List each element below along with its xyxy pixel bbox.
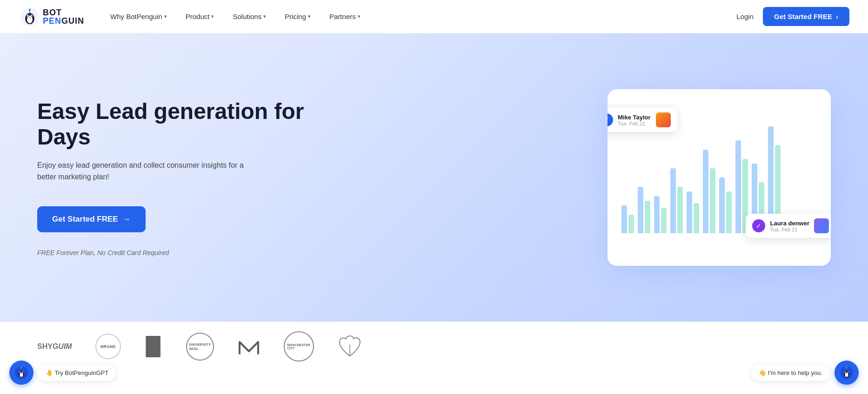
bar-group-2 xyxy=(638,187,650,233)
nav-label-why: Why BotPenguin xyxy=(110,13,162,20)
bar xyxy=(654,196,660,233)
bar-group-3 xyxy=(654,196,667,233)
navbar-cta-label: Get Started FREE xyxy=(774,13,832,20)
nav-actions: Login Get Started FREE › xyxy=(736,7,849,26)
brand-manchester: MANCHESTERCITY xyxy=(284,331,314,361)
chevron-down-icon-4: ▾ xyxy=(308,13,311,20)
bar xyxy=(677,187,683,233)
chat-avatar-left[interactable] xyxy=(9,361,33,371)
bar-group-6 xyxy=(703,150,715,233)
svg-point-9 xyxy=(29,9,31,11)
nav-label-solutions: Solutions xyxy=(233,13,261,20)
logo-text-guin: GUIN xyxy=(61,16,84,26)
chat-widget-right[interactable]: 👋 I'm here to help you. xyxy=(751,361,859,371)
svg-rect-10 xyxy=(147,336,160,357)
bar xyxy=(621,205,627,233)
nav-label-partners: Partners xyxy=(329,13,356,20)
bar xyxy=(735,140,741,233)
hero-free-text: FREE Forever Plan, No Credit Card Requir… xyxy=(37,249,316,256)
bar xyxy=(628,215,634,233)
bar-group-4 xyxy=(670,168,683,233)
chevron-down-icon-5: ▾ xyxy=(358,13,361,20)
chat-bubble-right: 👋 I'm here to help you. xyxy=(751,365,830,371)
user-card-laura: ✓ Laura denwer Tue, Feb 21 xyxy=(746,214,831,238)
user-info-mike: Mike Taylor Tue, Feb 21 xyxy=(618,114,651,126)
bar xyxy=(710,168,715,233)
nav-item-partners[interactable]: Partners ▾ xyxy=(322,9,368,24)
bar xyxy=(726,191,732,233)
hero-content: Easy Lead generation for Days Enjoy easy… xyxy=(37,98,316,256)
brand-m-logo xyxy=(237,337,260,356)
svg-rect-11 xyxy=(146,336,148,357)
brand-strip: SHYGUIM BRAND UNIVERSITYSEAL MANCHESTERC… xyxy=(0,322,868,371)
hero-cta-button[interactable]: Get Started FREE → xyxy=(37,206,146,232)
chat-bubble-left[interactable]: 🤚 Try BotPenguinGPT xyxy=(38,365,116,371)
hero-visual: ✓ Mike Taylor Tue, Feb 21 ✓ Laura denwer… xyxy=(316,89,831,266)
chart-card: ✓ Mike Taylor Tue, Feb 21 ✓ Laura denwer… xyxy=(608,89,831,266)
hero-subtitle: Enjoy easy lead generation and collect c… xyxy=(37,159,260,183)
avatar-laura xyxy=(814,218,829,233)
bar xyxy=(638,187,643,233)
nav-item-product[interactable]: Product ▾ xyxy=(178,9,222,24)
bar-group-7 xyxy=(719,177,732,233)
avatar-mike xyxy=(656,112,671,127)
logo-text-pen: PEN xyxy=(43,16,61,26)
svg-point-6 xyxy=(31,15,32,16)
check-icon-laura: ✓ xyxy=(752,219,765,232)
user-card-mike: ✓ Mike Taylor Tue, Feb 21 xyxy=(608,108,677,132)
nav-item-solutions[interactable]: Solutions ▾ xyxy=(225,9,274,24)
chat-avatar-right[interactable] xyxy=(835,361,859,371)
hero-cta-label: Get Started FREE xyxy=(52,215,118,224)
svg-point-5 xyxy=(27,15,28,16)
chat-widget-left[interactable]: 🤚 Try BotPenguinGPT xyxy=(9,361,116,371)
brand-logos: SHYGUIM BRAND UNIVERSITYSEAL MANCHESTERC… xyxy=(37,331,831,361)
svg-point-31 xyxy=(846,367,848,368)
brand-lotus xyxy=(337,335,363,358)
svg-point-21 xyxy=(21,367,22,368)
bar xyxy=(703,150,708,233)
navbar-cta-button[interactable]: Get Started FREE › xyxy=(763,7,849,26)
hero-title: Easy Lead generation for Days xyxy=(37,98,316,150)
bar xyxy=(645,201,650,233)
bar xyxy=(670,168,676,233)
login-link[interactable]: Login xyxy=(736,13,754,20)
bar-group-5 xyxy=(687,191,699,233)
bar xyxy=(661,208,667,233)
nav-item-pricing[interactable]: Pricing ▾ xyxy=(277,9,318,24)
check-icon-mike: ✓ xyxy=(608,113,613,126)
bar xyxy=(694,203,699,233)
user-name-mike: Mike Taylor xyxy=(618,114,651,121)
brand-book xyxy=(144,335,163,358)
user-info-laura: Laura denwer Tue, Feb 21 xyxy=(770,220,809,232)
hero-cta-arrow: → xyxy=(123,215,131,224)
hero-section: Easy Lead generation for Days Enjoy easy… xyxy=(0,33,868,322)
user-date-mike: Tue, Feb 21 xyxy=(618,121,651,126)
brand-seal-2: UNIVERSITYSEAL xyxy=(186,333,214,361)
logo[interactable]: BOT PENGUIN xyxy=(19,6,84,28)
chevron-down-icon-2: ▾ xyxy=(211,13,214,20)
brand-seal-1: BRAND xyxy=(95,334,121,359)
bar xyxy=(719,177,725,233)
chevron-down-icon: ▾ xyxy=(164,13,167,20)
nav-label-product: Product xyxy=(186,13,210,20)
user-name-laura: Laura denwer xyxy=(770,220,809,227)
chevron-down-icon-3: ▾ xyxy=(263,13,266,20)
brand-shyguim: SHYGUIM xyxy=(37,342,72,351)
bar-group-1 xyxy=(621,205,634,233)
user-date-laura: Tue, Feb 21 xyxy=(770,227,809,232)
nav-links: Why BotPenguin ▾ Product ▾ Solutions ▾ P… xyxy=(103,9,736,24)
logo-text-bot: BOT xyxy=(43,8,62,17)
navbar: BOT PENGUIN Why BotPenguin ▾ Product ▾ S… xyxy=(0,0,868,33)
nav-item-why[interactable]: Why BotPenguin ▾ xyxy=(103,9,174,24)
svg-point-7 xyxy=(29,17,31,18)
nav-label-pricing: Pricing xyxy=(285,13,306,20)
navbar-cta-arrow: › xyxy=(836,13,838,20)
bar xyxy=(687,191,692,233)
